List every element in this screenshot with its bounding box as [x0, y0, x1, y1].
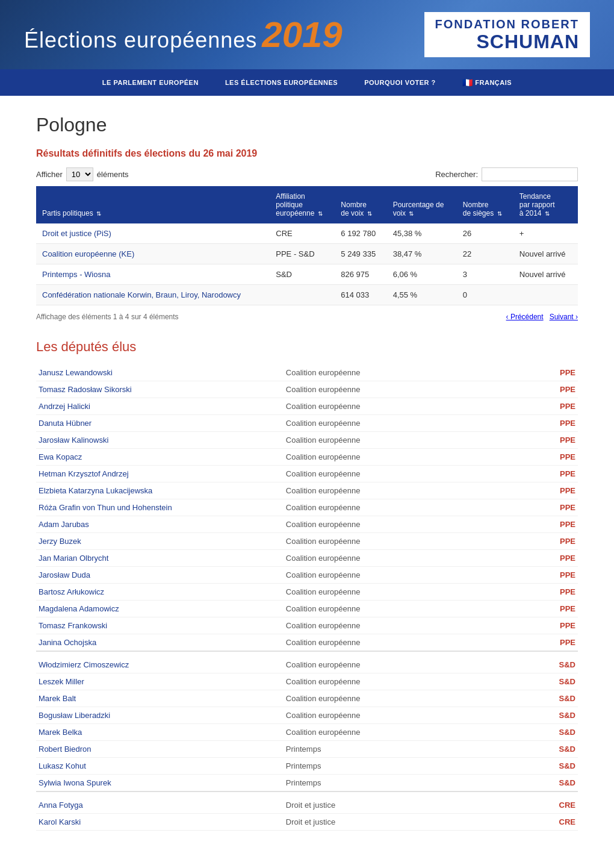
next-page-link[interactable]: Suivant ›	[550, 313, 578, 321]
col-parties[interactable]: Partis politiques ⇅	[36, 186, 270, 223]
deputy-name: Tomasz Frankowski	[36, 617, 284, 634]
deputies-table: Janusz Lewandowski Coalition européenne …	[36, 364, 578, 831]
main-nav: LE PARLEMENT EUROPÉEN LES ÉLECTIONS EURO…	[0, 69, 614, 96]
deputy-name: Adam Jarubas	[36, 516, 284, 533]
nav-language[interactable]: 🇫🇷 FRANÇAIS	[449, 69, 525, 96]
show-label: Afficher	[36, 170, 63, 179]
main-content: Pologne Résultats définitifs des électio…	[0, 96, 614, 849]
deputy-group: CRE	[489, 814, 578, 831]
deputy-coalition: Coalition européenne	[284, 724, 489, 741]
deputy-group: S&D	[489, 707, 578, 724]
deputy-coalition: Printemps	[284, 758, 489, 775]
deputy-coalition: Coalition européenne	[284, 398, 489, 415]
list-item: Jarosław Kalinowski Coalition européenne…	[36, 432, 578, 449]
show-select[interactable]: 10 25 50	[66, 167, 93, 181]
deputy-name: Leszek Miller	[36, 673, 284, 690]
list-item: Danuta Hübner Coalition européenne PPE	[36, 415, 578, 432]
table-pagination: ‹ Précédent Suivant ›	[506, 313, 578, 321]
deputy-name: Ewa Kopacz	[36, 449, 284, 466]
deputy-coalition: Coalition européenne	[284, 449, 489, 466]
table-row: Printemps - Wiosna S&D 826 975 6,06 % 3 …	[36, 264, 578, 285]
list-item: Andrzej Halicki Coalition européenne PPE	[36, 398, 578, 415]
deputy-coalition: Coalition européenne	[284, 415, 489, 432]
deputy-group: PPE	[489, 516, 578, 533]
table-row: Droit et justice (PiS) CRE 6 192 780 45,…	[36, 223, 578, 244]
party-affiliation: PPE - S&D	[270, 244, 335, 264]
deputy-coalition: Coalition européenne	[284, 651, 489, 673]
deputy-coalition: Coalition européenne	[284, 432, 489, 449]
list-item: Marek Belka Coalition européenne S&D	[36, 724, 578, 741]
deputy-coalition: Coalition européenne	[284, 516, 489, 533]
party-percent: 4,55 %	[387, 285, 457, 305]
deputy-group: PPE	[489, 482, 578, 499]
deputy-group: PPE	[489, 415, 578, 432]
party-percent: 45,38 %	[387, 223, 457, 244]
list-item: Bogusław Liberadzki Coalition européenne…	[36, 707, 578, 724]
party-seats: 22	[457, 244, 513, 264]
header-year: 2019	[262, 17, 342, 53]
deputy-group: S&D	[489, 775, 578, 792]
party-trend: +	[513, 223, 578, 244]
party-votes: 6 192 780	[335, 223, 386, 244]
nav-pourquoi[interactable]: POURQUOI VOTER ?	[351, 70, 449, 95]
party-affiliation: S&D	[270, 264, 335, 285]
col-affiliation[interactable]: Affiliationpolitiqueeuropéenne ⇅	[270, 186, 335, 223]
list-item: Adam Jarubas Coalition européenne PPE	[36, 516, 578, 533]
deputy-name: Włodzimierz Cimoszewicz	[36, 651, 284, 673]
results-table: Partis politiques ⇅ Affiliationpolitique…	[36, 186, 578, 305]
list-item: Jerzy Buzek Coalition européenne PPE	[36, 533, 578, 550]
deputy-coalition: Droit et justice	[284, 814, 489, 831]
party-seats: 26	[457, 223, 513, 244]
prev-page-link[interactable]: ‹ Précédent	[506, 313, 544, 321]
deputy-group: PPE	[489, 550, 578, 567]
list-item: Janina Ochojska Coalition européenne PPE	[36, 634, 578, 652]
list-item: Leszek Miller Coalition européenne S&D	[36, 673, 578, 690]
search-label: Rechercher:	[435, 170, 478, 179]
list-item: Bartosz Arłukowicz Coalition européenne …	[36, 584, 578, 601]
list-item: Magdalena Adamowicz Coalition européenne…	[36, 601, 578, 617]
deputy-coalition: Coalition européenne	[284, 533, 489, 550]
deputy-coalition: Coalition européenne	[284, 617, 489, 634]
list-item: Lukasz Kohut Printemps S&D	[36, 758, 578, 775]
deputy-group: PPE	[489, 601, 578, 617]
deputy-group: S&D	[489, 651, 578, 673]
deputy-name: Tomasz Radosław Sikorski	[36, 381, 284, 398]
deputy-group: PPE	[489, 364, 578, 381]
list-item: Karol Karski Droit et justice CRE	[36, 814, 578, 831]
deputy-coalition: Coalition européenne	[284, 690, 489, 707]
deputy-group: PPE	[489, 381, 578, 398]
list-item: Robert Biedron Printemps S&D	[36, 741, 578, 758]
party-affiliation	[270, 285, 335, 305]
table-controls: Afficher 10 25 50 éléments Rechercher:	[36, 167, 578, 181]
results-section: Résultats définitifs des élections du 26…	[36, 148, 578, 321]
col-votes[interactable]: Nombrede voix ⇅	[335, 186, 386, 223]
list-item: Tomasz Radosław Sikorski Coalition europ…	[36, 381, 578, 398]
deputy-group: S&D	[489, 741, 578, 758]
deputy-group: PPE	[489, 634, 578, 652]
deputy-group: PPE	[489, 432, 578, 449]
deputy-name: Jan Marian Olbrycht	[36, 550, 284, 567]
list-item: Jarosław Duda Coalition européenne PPE	[36, 567, 578, 584]
col-seats[interactable]: Nombrede sièges ⇅	[457, 186, 513, 223]
party-trend: Nouvel arrivé	[513, 244, 578, 264]
nav-elections[interactable]: LES ÉLECTIONS EUROPÉENNES	[212, 70, 351, 95]
party-percent: 6,06 %	[387, 264, 457, 285]
deputy-group: CRE	[489, 792, 578, 814]
table-header-row: Partis politiques ⇅ Affiliationpolitique…	[36, 186, 578, 223]
col-percent[interactable]: Pourcentage devoix ⇅	[387, 186, 457, 223]
deputy-name: Andrzej Halicki	[36, 398, 284, 415]
table-row: Coalition européenne (KE) PPE - S&D 5 24…	[36, 244, 578, 264]
deputy-coalition: Coalition européenne	[284, 364, 489, 381]
results-section-title: Résultats définitifs des élections du 26…	[36, 148, 578, 159]
search-input[interactable]	[482, 167, 578, 181]
deputy-coalition: Coalition européenne	[284, 601, 489, 617]
col-trend[interactable]: Tendancepar rapportà 2014 ⇅	[513, 186, 578, 223]
search-controls: Rechercher:	[435, 167, 578, 181]
deputy-coalition: Coalition européenne	[284, 634, 489, 652]
deputy-name: Sylwia Iwona Spurek	[36, 775, 284, 792]
table-row: Confédération nationale Korwin, Braun, L…	[36, 285, 578, 305]
nav-parlement[interactable]: LE PARLEMENT EUROPÉEN	[89, 70, 212, 95]
deputy-coalition: Droit et justice	[284, 792, 489, 814]
deputy-name: Jarosław Duda	[36, 567, 284, 584]
deputy-group: PPE	[489, 617, 578, 634]
